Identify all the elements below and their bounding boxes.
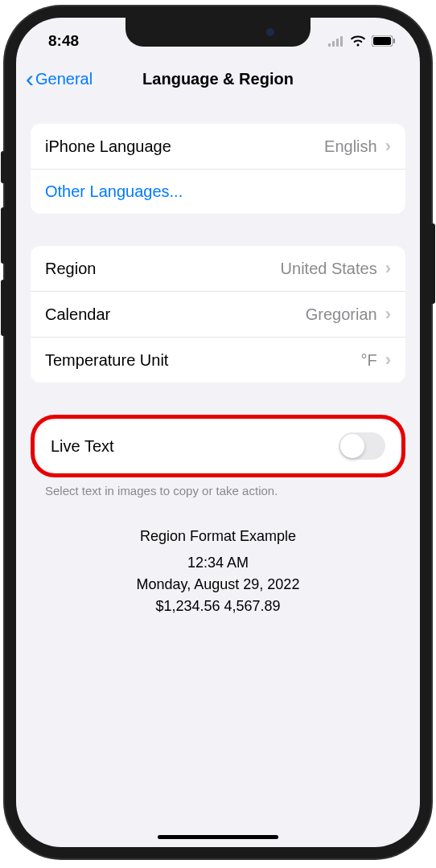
svg-rect-5 bbox=[373, 37, 391, 45]
region-row[interactable]: Region United States › bbox=[31, 246, 405, 292]
row-label: Calendar bbox=[45, 305, 306, 324]
battery-icon bbox=[372, 35, 396, 47]
svg-rect-1 bbox=[332, 41, 335, 47]
wifi-icon bbox=[350, 35, 366, 47]
region-format-example: Region Format Example 12:34 AM Monday, A… bbox=[31, 526, 405, 617]
row-value: Gregorian bbox=[306, 305, 377, 324]
row-label: Temperature Unit bbox=[45, 351, 360, 370]
status-right bbox=[328, 35, 396, 47]
iphone-language-row[interactable]: iPhone Language English › bbox=[31, 124, 405, 170]
row-label: Live Text bbox=[51, 437, 339, 456]
volume-down-button bbox=[1, 280, 6, 336]
back-label: General bbox=[35, 70, 93, 88]
power-button bbox=[430, 223, 435, 304]
content-area: iPhone Language English › Other Language… bbox=[16, 124, 420, 617]
calendar-row[interactable]: Calendar Gregorian › bbox=[31, 292, 405, 338]
example-time: 12:34 AM bbox=[31, 552, 405, 574]
back-button[interactable]: ‹ General bbox=[26, 67, 93, 91]
navigation-bar: ‹ General Language & Region bbox=[16, 58, 420, 100]
svg-rect-0 bbox=[328, 43, 331, 47]
cellular-signal-icon bbox=[328, 36, 344, 47]
live-text-toggle[interactable] bbox=[339, 432, 385, 460]
row-label: Other Languages... bbox=[45, 182, 391, 201]
status-time: 8:48 bbox=[48, 32, 79, 50]
example-date: Monday, August 29, 2022 bbox=[31, 574, 405, 596]
phone-frame: 8:48 ‹ General Language & Region bbox=[5, 6, 431, 858]
chevron-right-icon: › bbox=[385, 350, 391, 371]
highlighted-section: Live Text bbox=[31, 415, 405, 477]
other-languages-row[interactable]: Other Languages... bbox=[31, 170, 405, 214]
example-title: Region Format Example bbox=[31, 526, 405, 547]
screen: 8:48 ‹ General Language & Region bbox=[16, 18, 420, 847]
chevron-right-icon: › bbox=[385, 258, 391, 279]
example-numbers: $1,234.56 4,567.89 bbox=[31, 596, 405, 617]
language-group: iPhone Language English › Other Language… bbox=[31, 124, 405, 214]
svg-rect-3 bbox=[340, 36, 343, 47]
front-camera bbox=[266, 28, 274, 36]
chevron-right-icon: › bbox=[385, 304, 391, 325]
svg-rect-6 bbox=[393, 39, 395, 43]
row-value: English bbox=[324, 137, 377, 156]
live-text-description: Select text in images to copy or take ac… bbox=[31, 477, 405, 497]
chevron-right-icon: › bbox=[385, 136, 391, 157]
side-button bbox=[1, 151, 6, 183]
row-label: Region bbox=[45, 260, 281, 278]
volume-up-button bbox=[1, 207, 6, 264]
notch bbox=[125, 18, 311, 47]
home-indicator[interactable] bbox=[158, 835, 278, 839]
live-text-row[interactable]: Live Text bbox=[36, 420, 400, 472]
page-title: Language & Region bbox=[142, 70, 294, 88]
row-value: United States bbox=[281, 260, 377, 278]
row-value: °F bbox=[360, 351, 376, 370]
toggle-knob bbox=[340, 434, 364, 458]
chevron-left-icon: ‹ bbox=[26, 67, 34, 91]
region-group: Region United States › Calendar Gregoria… bbox=[31, 246, 405, 383]
temperature-unit-row[interactable]: Temperature Unit °F › bbox=[31, 338, 405, 383]
live-text-group: Live Text bbox=[36, 420, 400, 472]
row-label: iPhone Language bbox=[45, 137, 324, 156]
svg-rect-2 bbox=[336, 39, 339, 47]
